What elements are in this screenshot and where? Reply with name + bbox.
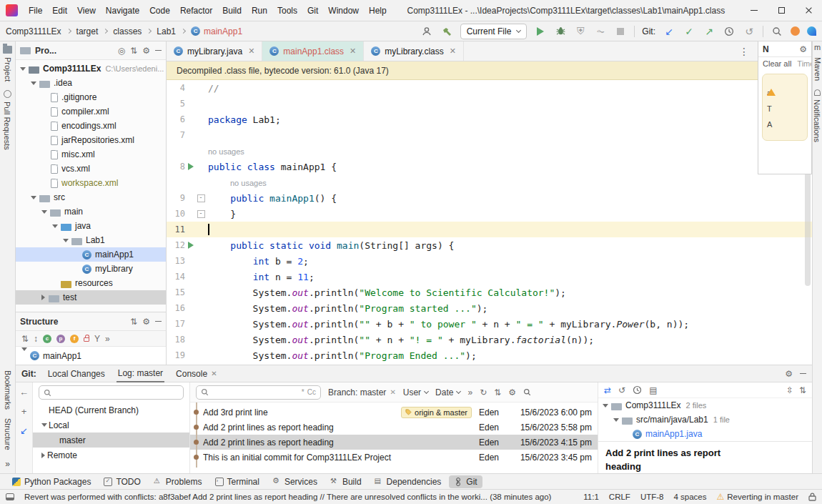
tool-window-button[interactable]: Build bbox=[325, 475, 367, 488]
code-line[interactable]: 17 System.out.println("" + b + " to powe… bbox=[167, 316, 812, 332]
inlay-hint-line[interactable]: no usages bbox=[167, 143, 812, 159]
tree-arrow-icon[interactable] bbox=[41, 453, 45, 458]
menu-item[interactable]: Help bbox=[364, 3, 392, 19]
run-gutter-icon[interactable] bbox=[185, 163, 197, 170]
refresh-log-button[interactable]: ↻ bbox=[480, 387, 487, 397]
project-tree-item[interactable]: .gitignore bbox=[16, 90, 166, 104]
structure-root-item[interactable]: mainApp1 bbox=[16, 347, 166, 365]
project-tree-item[interactable]: Lab1 bbox=[16, 233, 166, 247]
menu-item[interactable]: Tools bbox=[272, 3, 302, 19]
code-line[interactable]: 6package Lab1; bbox=[167, 112, 812, 127]
git-commit-button[interactable]: ✓ bbox=[683, 25, 695, 38]
project-tree-item[interactable]: .idea bbox=[16, 76, 166, 90]
code-line[interactable]: 15 System.out.println("Welcome to Scient… bbox=[167, 285, 812, 300]
breadcrumb-item[interactable]: target bbox=[76, 26, 99, 36]
close-tab-icon[interactable]: ✕ bbox=[450, 46, 456, 56]
editor-tab[interactable]: myLibrary.class ✕ bbox=[364, 41, 464, 61]
layout-toggle-icon[interactable] bbox=[6, 493, 14, 500]
branch-item[interactable]: master bbox=[33, 433, 189, 448]
ide-plugin-icon[interactable] bbox=[807, 26, 816, 36]
collapse-all-button[interactable]: ⇅ bbox=[799, 385, 806, 395]
status-message[interactable]: Revert was performed with conflicts: a8f… bbox=[24, 493, 573, 501]
code-line[interactable]: 7 bbox=[167, 127, 812, 143]
sort-alpha-icon[interactable]: ⇅ bbox=[21, 334, 29, 344]
tool-stripe-button[interactable]: Bookmarks bbox=[4, 366, 12, 414]
regex-toggle-icon[interactable]: * bbox=[302, 388, 304, 396]
project-tree-item[interactable]: encodings.xml bbox=[16, 119, 166, 133]
lock-icon[interactable] bbox=[84, 337, 89, 342]
breadcrumb-item[interactable]: Lab1 bbox=[157, 26, 176, 36]
maximize-button[interactable] bbox=[768, 0, 795, 21]
project-tree-item[interactable]: src bbox=[16, 190, 166, 204]
code-line[interactable]: 10 } bbox=[167, 206, 812, 222]
profile-button[interactable] bbox=[420, 25, 433, 38]
log-search-input[interactable]: * Cc bbox=[196, 385, 321, 400]
tool-window-button[interactable]: Terminal bbox=[210, 475, 264, 488]
project-tree-item[interactable]: test bbox=[16, 290, 166, 305]
commit-row[interactable]: Add 2 print lines as report heading Eden… bbox=[190, 435, 598, 450]
tree-arrow-icon[interactable] bbox=[31, 196, 36, 199]
project-tree-item[interactable]: myLibrary bbox=[16, 262, 166, 276]
code-line[interactable]: 16 System.out.println("Program started .… bbox=[167, 300, 812, 316]
changed-file-row[interactable]: mainApp1.java bbox=[598, 427, 812, 441]
branch-search-input[interactable] bbox=[39, 385, 184, 400]
git-settings-button[interactable]: ⚙ bbox=[785, 369, 793, 379]
fold-icon[interactable] bbox=[197, 194, 205, 202]
checkout-button[interactable]: ↙ bbox=[20, 425, 28, 436]
project-tree-item[interactable]: compiler.xml bbox=[16, 104, 166, 119]
usages-inlay-hint[interactable]: no usages bbox=[230, 179, 267, 187]
sort-visibility-icon[interactable]: ↕ bbox=[34, 334, 38, 344]
branch-item[interactable]: Remote bbox=[33, 448, 189, 463]
project-tree-item[interactable]: workspace.xml bbox=[16, 176, 166, 190]
structure-more-icon[interactable]: » bbox=[105, 334, 110, 344]
tool-window-button[interactable]: Dependencies bbox=[370, 475, 447, 488]
project-tree-item[interactable]: misc.xml bbox=[16, 147, 166, 162]
tool-window-button[interactable]: Python Packages bbox=[7, 475, 96, 488]
menu-item[interactable]: Navigate bbox=[101, 3, 144, 19]
menu-item[interactable]: Window bbox=[323, 3, 364, 19]
structure-settings-button[interactable]: ⚙ bbox=[142, 317, 150, 327]
run-gutter-icon[interactable] bbox=[185, 242, 197, 249]
editor-tab[interactable]: myLibrary.java ✕ bbox=[167, 41, 262, 61]
update-badge-icon[interactable] bbox=[791, 26, 800, 36]
project-tree-item[interactable]: Comp3111LEx C:\Users\edeni... bbox=[16, 61, 166, 76]
tool-stripe-button[interactable]: Structure bbox=[4, 414, 12, 455]
project-tree-item[interactable]: jarRepositories.xml bbox=[16, 133, 166, 147]
tool-stripe-button[interactable]: Notifications bbox=[813, 85, 821, 147]
usages-inlay-hint[interactable]: no usages bbox=[208, 147, 244, 156]
project-tree-item[interactable]: vcs.xml bbox=[16, 162, 166, 176]
minimize-button[interactable] bbox=[741, 0, 768, 21]
fold-icon[interactable] bbox=[197, 210, 205, 218]
git-tab[interactable]: Local Changes bbox=[46, 365, 107, 382]
structure-filter-toggle[interactable]: c bbox=[43, 335, 51, 343]
tool-stripe-button[interactable]: Maven bbox=[813, 41, 822, 85]
search-everywhere-button[interactable] bbox=[771, 25, 783, 38]
breadcrumb-current[interactable]: mainApp1 bbox=[191, 26, 242, 36]
history-button[interactable] bbox=[723, 25, 736, 38]
hide-panel-button[interactable] bbox=[155, 50, 162, 51]
changed-file-row[interactable]: src/main/java/Lab1 1 file bbox=[598, 412, 812, 427]
debug-button[interactable] bbox=[554, 25, 567, 38]
branch-filter-chip[interactable]: Branch: master ✕ bbox=[328, 387, 396, 397]
project-tree-item[interactable]: mainApp1 bbox=[16, 247, 166, 262]
caret-position[interactable]: 11:1 bbox=[583, 493, 599, 501]
funnel-filter-icon[interactable]: Y bbox=[94, 334, 100, 344]
tree-arrow-icon[interactable] bbox=[41, 295, 45, 300]
commit-row[interactable]: Add 2 print lines as report heading Eden… bbox=[190, 420, 598, 435]
intellisort-button[interactable]: ⇅ bbox=[494, 387, 501, 397]
tree-arrow-icon[interactable] bbox=[603, 404, 608, 407]
tree-arrow-icon[interactable] bbox=[52, 224, 58, 228]
panel-settings-button[interactable]: ⚙ bbox=[142, 46, 150, 56]
tool-window-button[interactable]: Git bbox=[449, 475, 482, 488]
more-filters-button[interactable]: » bbox=[467, 387, 472, 397]
menu-item[interactable]: Code bbox=[144, 3, 175, 19]
code-line[interactable]: 5 bbox=[167, 96, 812, 112]
structure-filter-toggle[interactable]: p bbox=[56, 335, 65, 343]
branch-item[interactable]: HEAD (Current Branch) bbox=[33, 402, 189, 417]
rollback-button[interactable]: ↺ bbox=[618, 385, 625, 395]
hide-structure-button[interactable] bbox=[155, 321, 162, 322]
profiler-button[interactable]: ⏦ bbox=[594, 25, 607, 38]
structure-filter-toggle[interactable]: f bbox=[70, 335, 79, 343]
code-line[interactable]: 11 bbox=[167, 222, 812, 237]
code-editor[interactable]: 4//56package Lab1;7no usages8public clas… bbox=[167, 80, 812, 365]
